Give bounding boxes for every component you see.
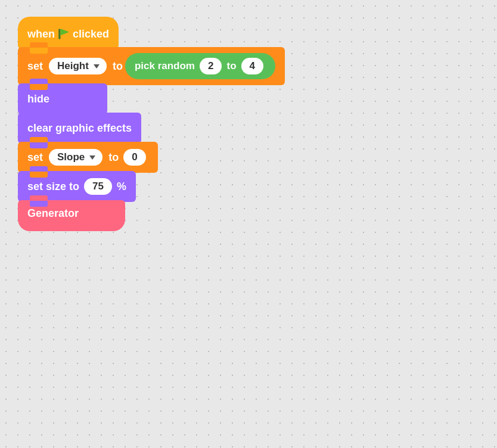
slope-variable-label: Slope	[57, 151, 85, 163]
clicked-label: clicked	[73, 28, 109, 41]
height-variable-label: Height	[57, 60, 89, 72]
height-dropdown[interactable]: Height	[49, 58, 107, 74]
scratch-blocks: when clicked set Height to pick random	[18, 18, 285, 231]
pick-random-label: pick random	[135, 60, 195, 72]
height-dropdown-arrow	[94, 64, 100, 69]
pick-random-block[interactable]: pick random 2 to 4	[125, 53, 275, 79]
slope-dropdown-arrow	[89, 155, 95, 160]
to-label-1: to	[113, 60, 123, 73]
svg-rect-0	[58, 29, 60, 39]
set-height-block[interactable]: set Height to pick random 2 to 4	[18, 47, 285, 85]
random-val2[interactable]: 4	[241, 58, 263, 74]
set-label: set	[27, 60, 43, 73]
set-height-wrapper: set Height to pick random 2 to 4	[18, 47, 285, 85]
set-size-label: set size to	[27, 181, 79, 193]
flag-icon	[57, 27, 70, 41]
random-val1[interactable]: 2	[200, 58, 222, 74]
to-label-3: to	[108, 151, 119, 164]
generator-label: Generator	[27, 207, 79, 220]
set-label-2: set	[27, 151, 43, 164]
pct-label: %	[117, 181, 126, 193]
clear-effects-label: clear graphic effects	[27, 122, 132, 135]
size-value[interactable]: 75	[84, 178, 112, 195]
svg-marker-2	[61, 29, 69, 35]
hide-label: hide	[27, 93, 49, 105]
slope-value[interactable]: 0	[123, 149, 145, 166]
to-label-2: to	[226, 60, 236, 72]
when-label: when	[27, 28, 55, 41]
slope-dropdown[interactable]: Slope	[49, 149, 102, 166]
